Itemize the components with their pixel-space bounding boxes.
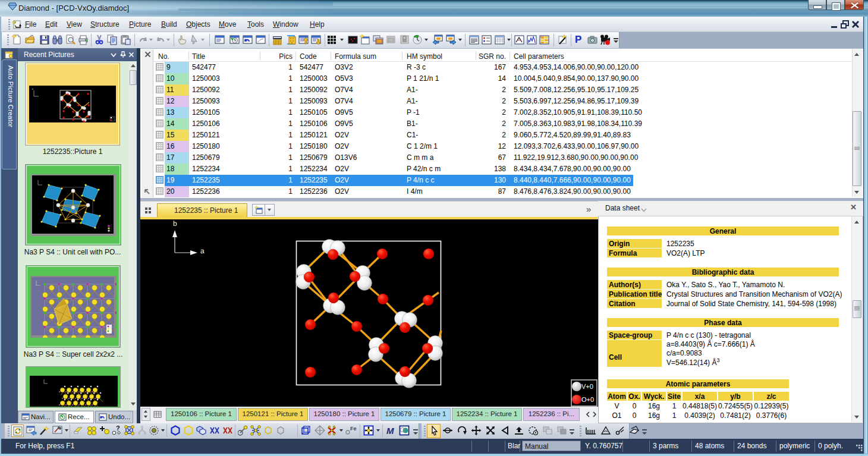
svg-text:?: ? xyxy=(116,425,120,432)
svg-text:O+0: O+0 xyxy=(581,396,594,403)
svg-text:V+0: V+0 xyxy=(581,383,593,390)
svg-text:Fe: Fe xyxy=(350,426,357,432)
